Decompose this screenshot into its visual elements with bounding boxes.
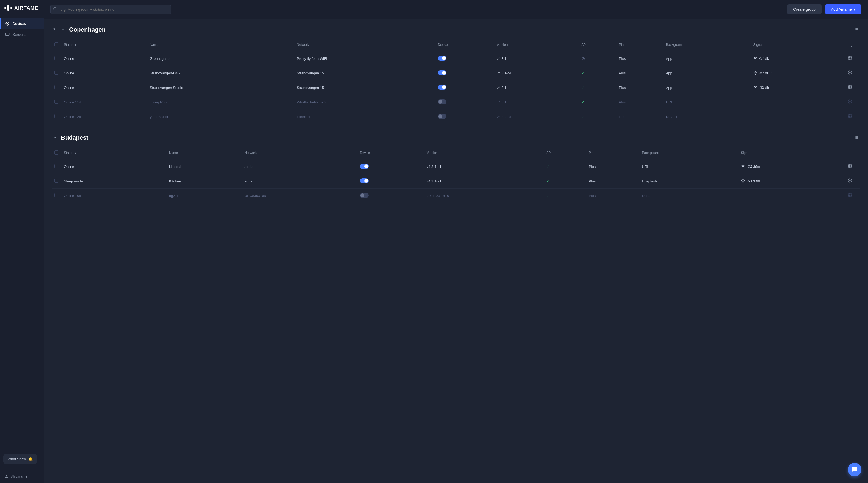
gear-icon [848,114,852,118]
whats-new-button[interactable]: What's new 🔔 [3,454,37,464]
device-ap: ⊘ [579,51,616,66]
chat-bubble[interactable] [848,463,861,476]
add-airtame-label: Add Airtame [831,7,852,11]
search-icon [53,7,57,12]
screens-icon [5,32,9,37]
add-airtame-chevron: ▾ [854,7,856,11]
row-checkbox-cph-4[interactable] [54,114,58,118]
device-signal: -32 dBm [738,160,844,174]
device-name: Strandvangen Studio [147,80,294,95]
row-checkbox-bud-2[interactable] [54,193,58,197]
row-checkbox-bud-0[interactable] [54,164,58,168]
device-name: Strandvangen-DG2 [147,66,294,80]
gear-icon [848,100,852,104]
row-checkbox-cph-3[interactable] [54,100,58,104]
device-ap: ✓ [544,189,586,203]
row-checkbox-cph-0[interactable] [54,56,58,60]
svg-point-8 [6,475,7,476]
device-settings-button-cph-3[interactable] [847,98,853,106]
device-settings-button-cph-1[interactable] [847,69,853,77]
signal-value: -50 dBm [741,179,760,183]
device-name: Living Room [147,95,294,110]
logo: AIRTAME [0,0,43,16]
user-menu[interactable]: Airtame ▾ [4,474,39,479]
select-all-copenhagen[interactable] [54,42,58,47]
device-toggle-cell [357,174,424,189]
svg-rect-1 [7,5,9,11]
sidebar: AIRTAME Devices Screens Airtame [0,0,44,483]
device-background: Default [640,189,738,203]
wifi-icon [753,72,757,75]
sidebar-item-devices[interactable]: Devices [0,18,43,29]
device-settings-button-cph-2[interactable] [847,84,853,91]
gear-icon [848,178,852,183]
row-checkbox-bud-1[interactable] [54,179,58,183]
device-ap: ✓ [544,174,586,189]
device-settings-button-cph-0[interactable] [847,55,853,62]
device-network: Strandvangen 15 [294,80,435,95]
device-name: Nappali [166,160,242,174]
col-version-copenhagen: Version [494,38,579,51]
sidebar-item-screens[interactable]: Screens [0,29,43,40]
col-signal-budapest: Signal [738,146,844,160]
device-version: v4.3.1 [494,51,579,66]
wifi-icon [753,86,757,90]
group-header-copenhagen: Copenhagen ≡ [52,26,860,33]
group-menu-button-copenhagen[interactable]: ≡ [853,26,860,33]
device-signal [751,95,844,110]
create-group-button[interactable]: Create group [787,4,822,14]
svg-rect-2 [10,7,12,9]
wifi-icon [741,165,745,169]
device-name: yggdrasil-bt [147,110,294,124]
device-plan: Plus [616,80,663,95]
table-more-button-copenhagen[interactable]: ⋮ [847,40,856,49]
device-plan: Plus [616,95,663,110]
sidebar-bottom: Airtame ▾ [0,470,43,483]
logo-text: AIRTAME [14,5,38,11]
svg-point-19 [742,168,743,168]
add-airtame-button[interactable]: Add Airtame ▾ [825,4,861,14]
table-row: Online Strandvangen Studio Strandvangen … [52,80,860,95]
gear-icon [848,164,852,168]
col-status-budapest: Status ▾ [61,146,166,160]
device-toggle-cell [435,66,494,80]
row-checkbox-cph-1[interactable] [54,70,58,75]
device-toggle-cell [357,189,424,203]
group-menu-button-budapest[interactable]: ≡ [853,134,860,142]
device-toggle-cell [435,80,494,95]
row-checkbox-cph-2[interactable] [54,85,58,89]
wifi-icon [741,179,745,183]
device-network: UPC6350106 [242,189,357,203]
svg-point-23 [849,195,850,196]
collapse-copenhagen-button[interactable] [60,26,66,33]
device-plan: Plus [586,189,640,203]
table-more-button-budapest[interactable]: ⋮ [847,149,856,157]
double-chevron-icon [52,27,56,32]
device-signal [751,110,844,124]
signal-value: -31 dBm [753,85,773,89]
signal-value: -57 dBm [753,71,773,75]
devices-icon [5,21,9,26]
search-input[interactable] [51,5,171,14]
group-section-copenhagen: Copenhagen ≡ Status ▾ Name Network Devic… [52,26,860,124]
svg-point-14 [849,72,850,73]
device-toggle-cell [357,160,424,174]
table-row: Online Strandvangen-DG2 Strandvangen 15 … [52,66,860,80]
col-device-budapest: Device [357,146,424,160]
device-settings-button-cph-4[interactable] [847,113,853,120]
svg-point-16 [849,86,850,88]
device-settings-button-bud-2[interactable] [847,192,853,200]
device-settings-button-bud-1[interactable] [847,177,853,185]
svg-point-18 [849,116,850,117]
device-network: adriati [242,160,357,174]
device-ap: ✓ [579,95,616,110]
logo-icon [4,5,12,11]
device-settings-button-bud-0[interactable] [847,163,853,170]
device-toggle [438,114,446,119]
header-actions: Create group Add Airtame ▾ [787,4,861,14]
device-table-budapest: Status ▾ Name Network Device Version AP … [52,146,860,203]
signal-value: -57 dBm [753,56,773,60]
collapse-budapest-button[interactable] [52,135,58,141]
select-all-budapest[interactable] [54,150,58,154]
svg-rect-0 [4,7,6,9]
